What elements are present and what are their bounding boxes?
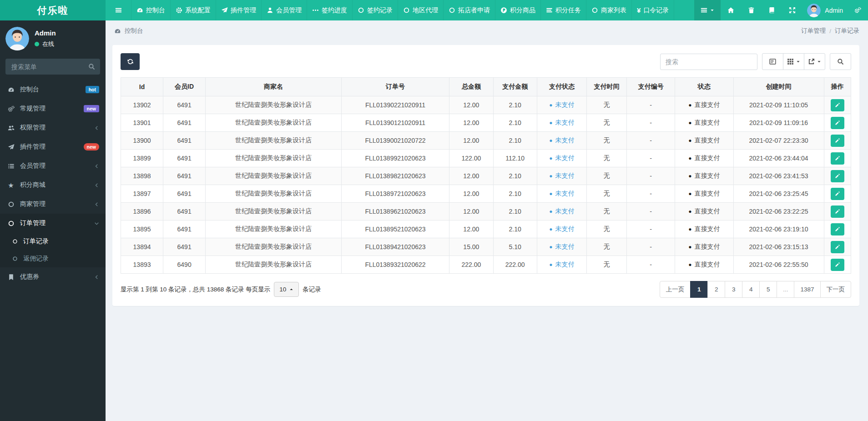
next-page-button[interactable]: 下一页 <box>820 281 852 298</box>
sidebar-item[interactable]: 常规管理new <box>0 99 106 118</box>
sidebar-menu-block: 优惠券 <box>0 267 106 286</box>
sidebar-item[interactable]: 插件管理new <box>0 137 106 156</box>
sidebar-item[interactable]: 会员管理 <box>0 156 106 175</box>
detail-view-button[interactable] <box>762 53 783 70</box>
columns-button[interactable] <box>783 53 804 70</box>
sidebar-item[interactable]: 优惠券 <box>0 267 106 286</box>
cell-pay-no: - <box>627 185 675 203</box>
sidebar-toggle-button[interactable] <box>106 0 131 20</box>
export-button[interactable] <box>804 53 825 70</box>
prev-page-button[interactable]: 上一页 <box>660 281 691 298</box>
pencil-icon <box>835 191 840 196</box>
status-dot-icon: ● <box>688 137 691 144</box>
column-header[interactable]: 支付状态 <box>537 78 586 96</box>
cell-status: ●直接支付 <box>675 256 733 274</box>
status-text: 直接支付 <box>694 136 720 144</box>
table-row: 138956491世纪陆壹捌美妆形象设计店FLL0138952102062312… <box>121 221 851 238</box>
nav-item[interactable]: 商家列表 <box>586 0 631 20</box>
nav-item[interactable]: 会员管理 <box>261 0 307 20</box>
cell-pay-time: 无 <box>586 238 626 256</box>
clear-cache-button[interactable] <box>762 0 782 20</box>
edit-button[interactable] <box>831 259 844 271</box>
nav-list-dropdown-button[interactable] <box>694 0 721 20</box>
edit-button[interactable] <box>831 205 844 218</box>
edit-button[interactable] <box>831 223 844 236</box>
nav-item[interactable]: 系统配置 <box>170 0 216 20</box>
nav-item[interactable]: 签约记录 <box>352 0 398 20</box>
page-button[interactable]: 3 <box>725 281 742 298</box>
breadcrumb-item[interactable]: 订单记录 <box>835 27 859 35</box>
sidebar-subitem[interactable]: 返佣记录 <box>0 250 106 267</box>
nav-item[interactable]: 控制台 <box>131 0 170 20</box>
home-button[interactable] <box>721 0 741 20</box>
nav-item-label: 系统配置 <box>185 6 211 15</box>
cell-id: 13898 <box>121 167 163 185</box>
tasks-icon <box>546 7 553 14</box>
cell-paid: 222.00 <box>493 256 537 274</box>
sidebar-item[interactable]: 权限管理 <box>0 118 106 137</box>
nav-item[interactable]: 拓店者申请 <box>443 0 495 20</box>
page-size-select[interactable]: 10 <box>274 282 299 297</box>
sidebar-item[interactable]: ★积分商城 <box>0 175 106 195</box>
search-button[interactable] <box>830 53 851 70</box>
edit-button[interactable] <box>831 241 844 253</box>
cell-pay-no: - <box>627 203 675 221</box>
sidebar-item[interactable]: 控制台hot <box>0 80 106 99</box>
column-header[interactable]: 订单号 <box>341 78 449 96</box>
column-header[interactable]: Id <box>121 78 163 96</box>
fullscreen-button[interactable] <box>782 0 802 20</box>
page-button[interactable]: 2 <box>707 281 725 298</box>
settings-button[interactable] <box>848 0 868 20</box>
column-header[interactable]: 商家名 <box>206 78 342 96</box>
column-header[interactable]: 状态 <box>675 78 733 96</box>
edit-button[interactable] <box>831 135 844 147</box>
column-header[interactable]: 创建时间 <box>733 78 824 96</box>
nav-item[interactable]: 签约进度 <box>307 0 352 20</box>
table-search-input[interactable] <box>660 54 757 70</box>
table-row: 138996491世纪陆壹捌美妆形象设计店FLL0138992102062312… <box>121 150 851 167</box>
column-header[interactable]: 会员ID <box>163 78 206 96</box>
nav-item-label: 签约进度 <box>322 6 347 15</box>
breadcrumb[interactable]: 控制台 <box>125 27 143 35</box>
cell-merchant: 世纪陆壹捌美妆形象设计店 <box>206 167 342 185</box>
nav-item[interactable]: 积分商品 <box>495 0 540 20</box>
column-header[interactable]: 支付时间 <box>586 78 626 96</box>
refresh-button[interactable] <box>121 53 140 70</box>
nav-item[interactable]: ¥口令记录 <box>631 0 674 20</box>
nav-item[interactable]: 插件管理 <box>216 0 261 20</box>
page-button[interactable]: 4 <box>742 281 760 298</box>
edit-button[interactable] <box>831 152 844 165</box>
cell-member-id: 6491 <box>163 114 206 132</box>
cell-member-id: 6491 <box>163 221 206 238</box>
plane-icon <box>221 7 228 14</box>
column-header[interactable]: 支付编号 <box>627 78 675 96</box>
cell-pay-no: - <box>627 96 675 114</box>
column-header[interactable]: 支付金额 <box>493 78 537 96</box>
admin-menu[interactable]: Admin <box>802 0 848 20</box>
brand-logo[interactable]: 付乐啦 <box>0 0 106 20</box>
edit-button[interactable] <box>831 99 844 111</box>
sidebar-item[interactable]: 订单管理 <box>0 214 106 233</box>
trash-button[interactable] <box>741 0 762 20</box>
chevron-left-icon <box>94 202 99 207</box>
breadcrumb-item[interactable]: 订单管理 <box>801 27 826 35</box>
cell-pay-no: - <box>627 150 675 167</box>
cell-pay-time: 无 <box>586 150 626 167</box>
sidebar-subitem[interactable]: 订单记录 <box>0 233 106 250</box>
column-header[interactable]: 操作 <box>824 78 851 96</box>
circle-icon <box>449 7 455 14</box>
sidebar-item[interactable]: 商家管理 <box>0 195 106 214</box>
export-icon <box>808 58 815 65</box>
page-button[interactable]: 1 <box>690 281 708 298</box>
page-button[interactable]: 1387 <box>794 281 820 298</box>
edit-button[interactable] <box>831 170 844 182</box>
edit-button[interactable] <box>831 117 844 129</box>
edit-button[interactable] <box>831 188 844 200</box>
page-button[interactable]: 5 <box>759 281 777 298</box>
nav-item[interactable]: 积分任务 <box>540 0 586 20</box>
column-header[interactable]: 总金额 <box>449 78 493 96</box>
expand-icon <box>789 7 796 14</box>
book-icon <box>768 7 775 14</box>
nav-item[interactable]: 地区代理 <box>398 0 443 20</box>
sidebar-search-input[interactable] <box>10 63 86 71</box>
